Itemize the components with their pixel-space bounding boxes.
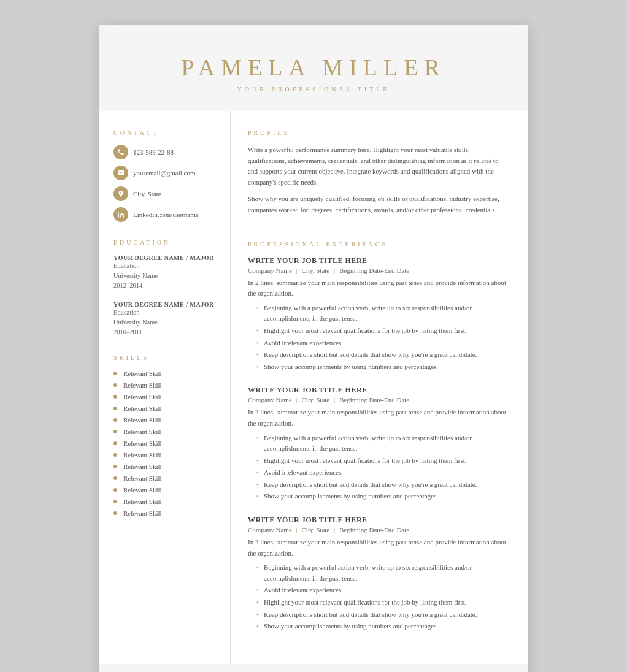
job-meta-1: Company Name | City, State | Beginning D…: [248, 396, 510, 403]
job-location-0: City, State: [302, 267, 330, 274]
skill-bullet-9: [113, 476, 117, 480]
skill-bullet-6: [113, 441, 117, 445]
email-icon: [113, 166, 128, 180]
resume-name: PAMELA MILLER: [123, 54, 504, 81]
skill-bullet-8: [113, 465, 117, 468]
resume-body: CONTACT 123-589-22-88 youremail@gmail.co…: [99, 111, 528, 664]
email-text: youremail@gmail.com: [133, 169, 195, 177]
contact-location: City, State: [113, 186, 218, 201]
resume-header: PAMELA MILLER YOUR PROFESSIONAL TITLE: [99, 25, 528, 111]
location-text: City, State: [133, 190, 161, 197]
edu-entry-1: YOUR DEGREE NAME / MAJOR Education Unive…: [113, 254, 218, 290]
job-sep2-2: |: [334, 526, 335, 533]
job-location-1: City, State: [302, 396, 330, 403]
job-0-bullet-3: Keep descriptions short but add details …: [256, 349, 510, 361]
experience-section: PROFESSIONAL EXPERIENCE WRITE YOUR JOB T…: [248, 241, 510, 632]
job-summary-2: In 2 lines, summarize your main responsi…: [248, 537, 510, 559]
edu-university-1: University Name: [113, 271, 218, 281]
skill-item-5: Relevant Skill: [113, 428, 218, 435]
job-bullets-2: Beginning with a powerful action verb, w…: [248, 562, 510, 632]
job-sep1-1: |: [296, 396, 298, 403]
job-dates-1: Beginning Date-End Date: [339, 396, 409, 403]
contact-email: youremail@gmail.com: [113, 166, 218, 180]
resume-wrapper: PAMELA MILLER YOUR PROFESSIONAL TITLE CO…: [99, 25, 528, 672]
skill-item-9: Relevant Skill: [113, 475, 218, 482]
job-summary-0: In 2 lines, summarize your main responsi…: [248, 278, 510, 299]
contact-section-title: CONTACT: [113, 129, 218, 136]
job-bullets-0: Beginning with a powerful action verb, w…: [248, 303, 510, 373]
skill-bullet-2: [113, 395, 117, 399]
job-0-bullet-0: Beginning with a powerful action verb, w…: [256, 303, 510, 324]
job-2-bullet-4: Show your accomplishments by using numbe…: [256, 621, 510, 632]
skill-text-1: Relevant Skill: [123, 381, 162, 389]
job-0-bullet-4: Show your accomplishments by using numbe…: [256, 362, 510, 373]
job-meta-0: Company Name | City, State | Beginning D…: [248, 267, 510, 274]
skill-bullet-1: [113, 383, 117, 387]
edu-degree-1: YOUR DEGREE NAME / MAJOR: [113, 254, 218, 261]
edu-years-2: 2010–2011: [113, 327, 218, 337]
skill-item-3: Relevant Skill: [113, 405, 218, 412]
skill-bullet-11: [113, 500, 117, 503]
skill-item-8: Relevant Skill: [113, 463, 218, 470]
job-0-bullet-2: Avoid irrelevant experiences.: [256, 338, 510, 349]
job-1-bullet-3: Keep descriptions short but add details …: [256, 479, 510, 491]
job-2-bullet-1: Avoid irrelevant experiences.: [256, 585, 510, 596]
skill-bullet-7: [113, 453, 117, 457]
job-sep1-0: |: [296, 267, 298, 274]
skill-text-6: Relevant Skill: [123, 440, 162, 447]
left-column: CONTACT 123-589-22-88 youremail@gmail.co…: [99, 111, 231, 664]
edu-university-2: University Name: [113, 318, 218, 327]
skill-item-2: Relevant Skill: [113, 393, 218, 400]
education-section-title: EDUCATION: [113, 239, 218, 246]
skill-text-5: Relevant Skill: [123, 428, 162, 435]
education-section: EDUCATION YOUR DEGREE NAME / MAJOR Educa…: [113, 239, 218, 337]
job-summary-1: In 2 lines, summarize your main responsi…: [248, 407, 510, 429]
experience-section-title: PROFESSIONAL EXPERIENCE: [248, 241, 510, 248]
skill-item-7: Relevant Skill: [113, 451, 218, 459]
job-company-2: Company Name: [248, 526, 292, 533]
right-column: PROFILE Write a powerful performance sum…: [231, 111, 528, 664]
skill-text-9: Relevant Skill: [123, 475, 162, 482]
skill-text-4: Relevant Skill: [123, 416, 162, 424]
skills-list: Relevant SkillRelevant SkillRelevant Ski…: [113, 370, 218, 517]
skill-bullet-5: [113, 430, 117, 433]
job-meta-2: Company Name | City, State | Beginning D…: [248, 526, 510, 533]
job-sep1-2: |: [296, 526, 298, 533]
job-2-bullet-3: Keep descriptions short but add details …: [256, 609, 510, 620]
profile-section-title: PROFILE: [248, 129, 510, 136]
job-entry-0: WRITE YOUR JOB TITLE HERE Company Name |…: [248, 256, 510, 373]
skill-text-2: Relevant Skill: [123, 393, 162, 400]
skill-text-7: Relevant Skill: [123, 451, 162, 459]
skill-item-1: Relevant Skill: [113, 381, 218, 389]
job-entry-2: WRITE YOUR JOB TITLE HERE Company Name |…: [248, 516, 510, 632]
job-location-2: City, State: [302, 526, 330, 533]
skill-bullet-4: [113, 418, 117, 422]
skill-item-10: Relevant Skill: [113, 486, 218, 494]
skill-bullet-12: [113, 511, 117, 515]
job-1-bullet-2: Avoid irrelevant experiences.: [256, 467, 510, 478]
skill-text-12: Relevant Skill: [123, 510, 162, 517]
jobs-list: WRITE YOUR JOB TITLE HERE Company Name |…: [248, 256, 510, 632]
linkedin-icon: [113, 207, 128, 222]
skill-bullet-3: [113, 407, 117, 410]
job-sep2-0: |: [334, 267, 335, 274]
profile-para-2: Show why you are uniquely qualified, foc…: [248, 194, 510, 215]
phone-icon: [113, 145, 128, 159]
job-company-1: Company Name: [248, 396, 292, 403]
skill-bullet-0: [113, 372, 117, 375]
skill-text-11: Relevant Skill: [123, 498, 162, 505]
job-2-bullet-0: Beginning with a powerful action verb, w…: [256, 562, 510, 584]
skills-section: SKILLS Relevant SkillRelevant SkillRelev…: [113, 354, 218, 517]
job-sep2-1: |: [334, 396, 335, 403]
job-title-2: WRITE YOUR JOB TITLE HERE: [248, 516, 510, 525]
phone-text: 123-589-22-88: [133, 148, 174, 156]
job-dates-2: Beginning Date-End Date: [339, 526, 409, 533]
job-1-bullet-1: Highlight your most relevant qualificati…: [256, 456, 510, 467]
skill-text-10: Relevant Skill: [123, 486, 162, 494]
job-company-0: Company Name: [248, 267, 292, 274]
job-1-bullet-4: Show your accomplishments by using numbe…: [256, 491, 510, 502]
edu-type-1: Education: [113, 261, 218, 271]
edu-type-2: Education: [113, 308, 218, 318]
skill-item-6: Relevant Skill: [113, 440, 218, 447]
contact-phone: 123-589-22-88: [113, 145, 218, 159]
